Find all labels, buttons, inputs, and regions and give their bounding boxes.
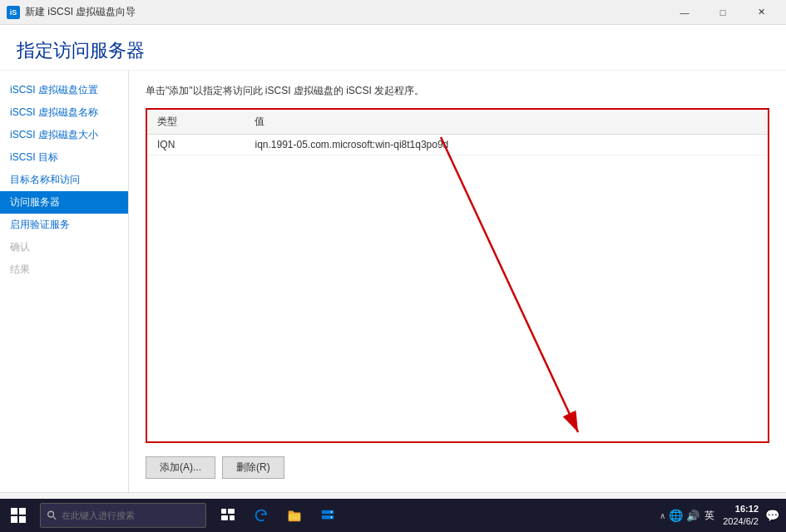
taskbar: ∧ 🌐 🔊 英 16:12 2024/6/2 💬 bbox=[0, 499, 786, 532]
taskbar-search-input[interactable] bbox=[62, 510, 199, 520]
svg-point-16 bbox=[331, 516, 333, 518]
close-button[interactable]: ✕ bbox=[743, 1, 779, 24]
main-panel: 单击"添加"以指定将访问此 iSCSI 虚拟磁盘的 iSCSI 发起程序。 类型… bbox=[129, 71, 786, 492]
col-value: 值 bbox=[245, 110, 768, 135]
sidebar-item-disk-location[interactable]: iSCSI 虚拟磁盘位置 bbox=[0, 79, 128, 101]
network-icon[interactable]: 🌐 bbox=[669, 509, 683, 522]
minimize-button[interactable]: — bbox=[666, 1, 703, 24]
svg-rect-9 bbox=[228, 509, 235, 514]
sidebar-item-target-name[interactable]: 目标名称和访问 bbox=[0, 169, 128, 191]
language-indicator[interactable]: 英 bbox=[703, 509, 716, 523]
table-row[interactable]: IQN iqn.1991-05.com.microsoft:win-qi8t1q… bbox=[147, 135, 768, 155]
sidebar-item-result: 结果 bbox=[0, 259, 128, 281]
sidebar-item-disk-size[interactable]: iSCSI 虚拟磁盘大小 bbox=[0, 124, 128, 146]
cell-value: iqn.1991-05.com.microsoft:win-qi8t1q3po9… bbox=[245, 135, 768, 155]
sidebar-item-disk-name[interactable]: iSCSI 虚拟磁盘名称 bbox=[0, 101, 128, 124]
access-server-table-container: 类型 值 IQN iqn.1991-05.com.microsoft:win-q… bbox=[146, 108, 769, 443]
app-icon: iS bbox=[7, 6, 20, 19]
content-area: iSCSI 虚拟磁盘位置 iSCSI 虚拟磁盘名称 iSCSI 虚拟磁盘大小 i… bbox=[0, 71, 786, 492]
taskbar-app-icons bbox=[213, 500, 343, 530]
maximize-button[interactable]: □ bbox=[704, 1, 741, 24]
svg-point-6 bbox=[48, 511, 54, 517]
system-tray-icons: ∧ 🌐 🔊 英 bbox=[660, 509, 716, 523]
svg-rect-10 bbox=[221, 515, 228, 520]
server-manager-icon[interactable] bbox=[313, 500, 343, 530]
taskbar-search-box[interactable] bbox=[40, 503, 206, 528]
sidebar-item-auth-service[interactable]: 启用验证服务 bbox=[0, 214, 128, 236]
window-title: 新建 iSCSI 虚拟磁盘向导 bbox=[25, 5, 136, 19]
title-bar: iS 新建 iSCSI 虚拟磁盘向导 — □ ✕ bbox=[0, 0, 786, 25]
svg-rect-11 bbox=[230, 515, 235, 520]
cell-type: IQN bbox=[147, 135, 245, 155]
table-header-row: 类型 值 bbox=[147, 110, 768, 135]
col-type: 类型 bbox=[147, 110, 245, 135]
show-hidden-icon[interactable]: ∧ bbox=[660, 511, 665, 520]
clock-date: 2024/6/2 bbox=[723, 515, 759, 528]
table-action-buttons: 添加(A)... 删除(R) bbox=[146, 456, 769, 479]
task-view-icon[interactable] bbox=[213, 500, 243, 530]
access-server-table: 类型 值 IQN iqn.1991-05.com.microsoft:win-q… bbox=[147, 110, 768, 155]
file-explorer-icon[interactable] bbox=[279, 500, 309, 530]
notification-icon[interactable]: 💬 bbox=[765, 509, 779, 522]
add-button[interactable]: 添加(A)... bbox=[146, 456, 215, 479]
taskbar-right: ∧ 🌐 🔊 英 16:12 2024/6/2 💬 bbox=[660, 503, 786, 529]
clock-time: 16:12 bbox=[723, 503, 759, 515]
window-header: 指定访问服务器 bbox=[0, 25, 786, 71]
wizard-window: 指定访问服务器 iSCSI 虚拟磁盘位置 iSCSI 虚拟磁盘名称 iSCSI … bbox=[0, 25, 786, 532]
svg-line-7 bbox=[53, 516, 56, 519]
svg-rect-4 bbox=[11, 516, 17, 523]
instruction-text: 单击"添加"以指定将访问此 iSCSI 虚拟磁盘的 iSCSI 发起程序。 bbox=[146, 84, 769, 98]
clock-display[interactable]: 16:12 2024/6/2 bbox=[723, 503, 759, 529]
start-button[interactable] bbox=[0, 499, 37, 532]
window-controls: — □ ✕ bbox=[666, 1, 779, 24]
svg-rect-3 bbox=[19, 508, 26, 515]
svg-rect-8 bbox=[221, 509, 226, 514]
sidebar-item-confirm: 确认 bbox=[0, 236, 128, 259]
svg-rect-2 bbox=[11, 508, 17, 515]
volume-icon[interactable]: 🔊 bbox=[686, 510, 699, 522]
svg-rect-5 bbox=[19, 516, 26, 523]
edge-browser-icon[interactable] bbox=[246, 500, 276, 530]
delete-button[interactable]: 删除(R) bbox=[222, 456, 284, 479]
svg-point-15 bbox=[331, 511, 333, 513]
sidebar-item-access-server[interactable]: 访问服务器 bbox=[0, 191, 128, 214]
page-title: 指定访问服务器 bbox=[17, 38, 769, 63]
sidebar-item-iscsi-target[interactable]: iSCSI 目标 bbox=[0, 146, 128, 169]
sidebar: iSCSI 虚拟磁盘位置 iSCSI 虚拟磁盘名称 iSCSI 虚拟磁盘大小 i… bbox=[0, 71, 129, 492]
svg-rect-12 bbox=[289, 514, 300, 520]
